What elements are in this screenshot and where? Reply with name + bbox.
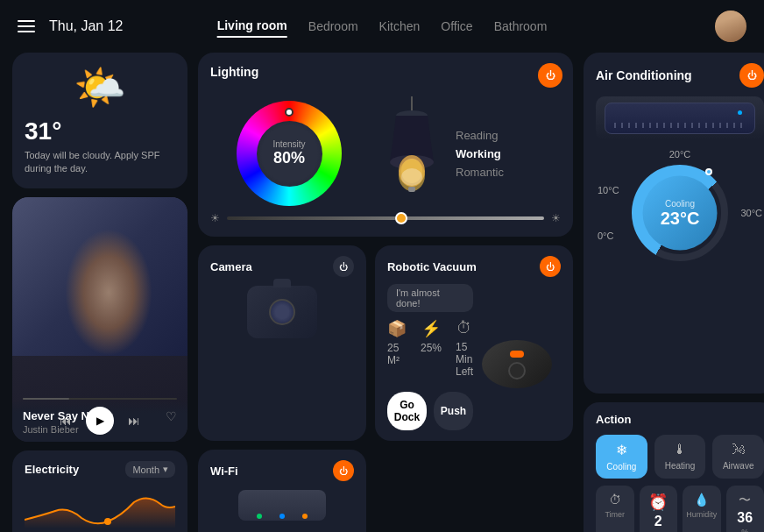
ac-unit-image bbox=[596, 96, 764, 140]
progress-bar[interactable] bbox=[23, 398, 177, 400]
avatar[interactable] bbox=[715, 11, 746, 42]
lighting-power-button[interactable]: ⏻ bbox=[538, 63, 562, 88]
robot-button bbox=[508, 362, 526, 379]
lamp-wrap bbox=[377, 96, 447, 210]
intensity-label: Intensity bbox=[272, 139, 305, 149]
camera-image bbox=[210, 286, 354, 338]
stat-humidity: 💧 Humidity bbox=[683, 486, 721, 532]
brightness-high-icon: ☀ bbox=[551, 212, 561, 224]
nav-tab-bedroom[interactable]: Bedroom bbox=[308, 16, 358, 37]
action-heating-button[interactable]: 🌡 Heating bbox=[654, 435, 706, 479]
thermostat[interactable]: Cooling 23°C bbox=[632, 165, 728, 261]
wifi-title: Wi-Fi bbox=[210, 465, 238, 478]
music-controls: ⏮ ▶ ⏭ bbox=[23, 398, 177, 435]
brightness-thumb[interactable] bbox=[395, 212, 407, 224]
nav-tab-bathroom[interactable]: Bathroom bbox=[494, 16, 548, 37]
temp-top-label: 20°C bbox=[596, 149, 764, 160]
color-wheel-wrap: Intensity 80% bbox=[210, 101, 368, 206]
router-light-orange bbox=[302, 514, 308, 519]
percent-icon: 〜 bbox=[739, 493, 751, 508]
controls-row: ⏮ ▶ ⏭ bbox=[23, 407, 177, 435]
humidity-label: Humidity bbox=[686, 510, 717, 519]
robot-eye bbox=[510, 351, 524, 358]
ac-card: Air Conditioning ⏻ 20°C 10°C 0°C bbox=[584, 53, 764, 394]
action-cooling-button[interactable]: ❄ Cooling bbox=[596, 435, 647, 479]
weather-card: 🌤️ 31° Today will be cloudy. Apply SPF d… bbox=[12, 53, 187, 188]
router-wrap bbox=[238, 490, 326, 532]
vacuum-power-button[interactable]: ⏻ bbox=[540, 256, 561, 277]
camera-power-button[interactable]: ⏻ bbox=[333, 256, 354, 277]
menu-button[interactable] bbox=[18, 20, 35, 32]
weather-description: Today will be cloudy. Apply SPF during t… bbox=[25, 149, 175, 176]
camera-title: Camera bbox=[210, 260, 252, 273]
timer-icon: ⏱ bbox=[609, 493, 621, 507]
heating-icon: 🌡 bbox=[673, 442, 687, 458]
music-card: ♡ Never Say Never Justin Bieber ⏮ ▶ ⏭ bbox=[12, 197, 187, 442]
camera-body bbox=[247, 286, 317, 338]
vacuum-stat-time: ⏱ 15 Min Left bbox=[456, 319, 473, 378]
stat-percent: 〜 36 % bbox=[726, 486, 765, 532]
thermo-left-labels: 10°C 0°C bbox=[598, 185, 619, 241]
heating-label: Heating bbox=[665, 461, 695, 471]
lamp-icon bbox=[377, 96, 447, 210]
airwave-icon: 🌬 bbox=[732, 442, 746, 458]
ac-power-button[interactable]: ⏻ bbox=[739, 63, 764, 88]
mode-working[interactable]: Working bbox=[456, 147, 561, 160]
time-value: 15 Min Left bbox=[456, 341, 473, 378]
thermostat-inner: Cooling 23°C bbox=[643, 176, 718, 251]
temp-10-label: 10°C bbox=[598, 185, 619, 195]
music-album-art bbox=[12, 197, 187, 356]
camera-card: Camera ⏻ bbox=[198, 245, 366, 441]
wifi-power-button[interactable]: ⏻ bbox=[333, 460, 354, 481]
nav-tab-kitchen[interactable]: Kitchen bbox=[379, 16, 421, 37]
color-wheel-inner: Intensity 80% bbox=[257, 121, 322, 187]
temp-0-label: 0°C bbox=[598, 231, 619, 241]
nav-tab-living-room[interactable]: Living room bbox=[217, 15, 287, 38]
prev-button[interactable]: ⏮ bbox=[60, 414, 72, 428]
electricity-filter-button[interactable]: Month ▾ bbox=[125, 461, 175, 478]
right-column: Air Conditioning ⏻ 20°C 10°C 0°C bbox=[584, 53, 764, 532]
brightness-track[interactable] bbox=[227, 216, 544, 220]
robot-body bbox=[482, 340, 552, 388]
next-button[interactable]: ⏭ bbox=[128, 414, 140, 428]
avatar-face bbox=[715, 11, 746, 42]
electricity-header: Electricity Month ▾ bbox=[25, 461, 175, 478]
action-card: Action ❄ Cooling 🌡 Heating 🌬 Airwave ⏱ bbox=[584, 402, 764, 532]
mode-reading[interactable]: Reading bbox=[456, 129, 561, 142]
color-wheel[interactable]: Intensity 80% bbox=[237, 101, 342, 206]
push-button[interactable]: Push bbox=[434, 392, 473, 430]
dock-button[interactable]: Go Dock bbox=[387, 392, 427, 430]
vacuum-stats: 📦 25 M² ⚡ 25% ⏱ 15 Min Left bbox=[387, 319, 473, 378]
wheel-dot bbox=[285, 108, 294, 117]
brightness-low-icon: ☀ bbox=[210, 212, 220, 224]
thermo-temp: 23°C bbox=[661, 208, 700, 228]
vacuum-stat-battery: ⚡ 25% bbox=[421, 319, 442, 378]
lighting-card: Lighting ⏻ Intensity 80% bbox=[198, 53, 573, 237]
hours-value: 2 bbox=[654, 514, 662, 529]
temp-30-label: 30°C bbox=[740, 208, 762, 218]
vacuum-left: I'm almost done! 📦 25 M² ⚡ 25% bbox=[387, 284, 473, 430]
progress-fill bbox=[23, 398, 69, 400]
ac-title: Air Conditioning bbox=[596, 68, 692, 82]
wifi-card: Wi-Fi ⏻ bbox=[198, 450, 366, 532]
music-person-art bbox=[12, 197, 187, 356]
left-column: 🌤️ 31° Today will be cloudy. Apply SPF d… bbox=[12, 53, 187, 532]
stat-timer: ⏱ Timer bbox=[596, 486, 634, 532]
vacuum-actions: Go Dock Push bbox=[387, 392, 473, 430]
mode-romantic[interactable]: Romantic bbox=[456, 166, 561, 179]
svg-point-0 bbox=[104, 518, 111, 525]
vacuum-content: I'm almost done! 📦 25 M² ⚡ 25% bbox=[387, 284, 561, 430]
percent-value: 36 bbox=[737, 510, 753, 526]
cooling-icon: ❄ bbox=[616, 442, 627, 458]
play-button[interactable]: ▶ bbox=[86, 407, 114, 435]
percent-label: % bbox=[741, 528, 748, 532]
nav-tab-office[interactable]: Office bbox=[441, 16, 472, 37]
header: Thu, Jan 12 Living room Bedroom Kitchen … bbox=[0, 0, 764, 53]
area-icon: 📦 bbox=[387, 319, 407, 338]
lighting-title: Lighting bbox=[210, 65, 258, 79]
vacuum-header: Robotic Vacuum ⏻ bbox=[387, 256, 561, 277]
vacuum-robot bbox=[482, 327, 561, 388]
router-image bbox=[210, 490, 354, 532]
weather-icon: 🌤️ bbox=[74, 63, 126, 112]
action-airwave-button[interactable]: 🌬 Airwave bbox=[712, 435, 764, 479]
